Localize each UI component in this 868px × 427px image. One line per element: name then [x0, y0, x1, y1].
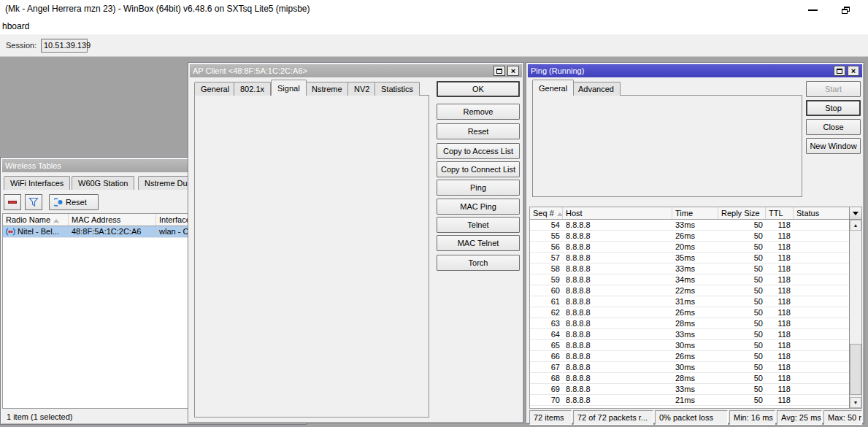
ap-maximize-button[interactable] — [493, 66, 505, 76]
ping-row[interactable]: 658.8.8.830ms50118 — [530, 340, 849, 351]
ping-row[interactable]: 718.8.8.8 — [530, 406, 849, 408]
filter-button[interactable] — [25, 194, 42, 210]
reply-size-cell: 50 — [718, 220, 766, 230]
ping-maximize-button[interactable] — [834, 66, 845, 76]
scroll-up-icon[interactable]: ▲ — [850, 220, 861, 231]
ttl-cell: 118 — [766, 231, 794, 241]
col-ttl[interactable]: TTL — [766, 207, 794, 219]
mac-ping-button[interactable]: MAC Ping — [437, 199, 520, 215]
start-button[interactable]: Start — [806, 81, 861, 97]
stop-button[interactable]: Stop — [806, 100, 861, 116]
ping-row[interactable]: 618.8.8.831ms50118 — [530, 296, 849, 307]
ping-row[interactable]: 548.8.8.833ms50118 — [530, 220, 849, 231]
copy-to-access-list-button[interactable]: Copy to Access List — [437, 143, 520, 159]
status-avg: Avg: 25 ms — [777, 410, 822, 425]
host-cell: 8.8.8.8 — [563, 220, 672, 230]
scroll-down-icon[interactable]: ▼ — [850, 397, 861, 408]
mac-address-value: 48:8F:5A:1C:2C:A6 — [69, 226, 156, 236]
ap-tab-signal[interactable]: Signal — [271, 80, 307, 96]
close-button[interactable]: Close — [806, 119, 861, 135]
reset-button[interactable]: Reset — [437, 123, 520, 139]
ap-tab-general[interactable]: General — [194, 82, 236, 96]
ping-row[interactable]: 578.8.8.835ms50118 — [530, 253, 849, 263]
ping-row[interactable]: 698.8.8.833ms50118 — [530, 384, 849, 395]
ping-tab-general[interactable]: General — [532, 80, 574, 96]
seq-cell: 66 — [530, 351, 563, 361]
ping-row[interactable]: 628.8.8.826ms50118 — [530, 307, 849, 318]
status-cell — [794, 329, 849, 339]
reply-size-cell: 50 — [718, 296, 766, 307]
scroll-thumb[interactable] — [850, 344, 861, 395]
remove-button[interactable]: Remove — [437, 104, 520, 120]
ttl-cell: 118 — [766, 318, 794, 328]
reply-size-cell: 50 — [718, 373, 766, 383]
ok-button[interactable]: OK — [437, 81, 520, 97]
tab-wifi-interfaces[interactable]: WiFi Interfaces — [4, 176, 70, 190]
ping-row[interactable]: 608.8.8.822ms50118 — [530, 285, 849, 296]
ping-row[interactable]: 648.8.8.833ms50118 — [530, 329, 849, 340]
ap-tab-nv2[interactable]: NV2 — [347, 82, 376, 96]
ttl-cell: 118 — [766, 220, 794, 230]
status-cell — [794, 220, 849, 230]
col-radio-name[interactable]: Radio Name — [3, 214, 69, 226]
ping-close-button[interactable]: × — [848, 66, 859, 76]
ping-row[interactable]: 588.8.8.833ms50118 — [530, 263, 849, 274]
ping-row[interactable]: 678.8.8.830ms50118 — [530, 362, 849, 373]
col-host[interactable]: Host — [563, 207, 672, 219]
col-time[interactable]: Time — [672, 207, 718, 219]
ping-row[interactable]: 558.8.8.826ms50118 — [530, 231, 849, 242]
copy-to-connect-list-button[interactable]: Copy to Connect List — [437, 161, 520, 177]
col-reply-size[interactable]: Reply Size — [718, 207, 766, 219]
ap-tab-8021x[interactable]: 802.1x — [234, 82, 271, 96]
session-value-box[interactable]: 10.51.39.139 — [41, 39, 88, 53]
col-seq[interactable]: Seq # — [530, 207, 563, 219]
reply-size-cell: 50 — [718, 340, 766, 350]
status-cell — [794, 395, 849, 405]
reply-size-cell — [718, 406, 766, 408]
torch-button[interactable]: Torch — [437, 255, 520, 271]
wireless-station-icon — [6, 228, 15, 236]
status-cell — [794, 296, 849, 307]
ap-tab-statistics[interactable]: Statistics — [375, 82, 420, 96]
session-label: Session: — [6, 41, 37, 50]
ping-row[interactable]: 688.8.8.828ms50118 — [530, 373, 849, 384]
status-items: 72 items — [529, 410, 572, 425]
ping-button[interactable]: Ping — [437, 180, 520, 196]
ping-row[interactable]: 638.8.8.828ms50118 — [530, 318, 849, 329]
time-cell: 34ms — [672, 274, 718, 285]
time-cell: 28ms — [672, 373, 718, 383]
reply-size-cell: 50 — [718, 384, 766, 394]
ping-titlebar[interactable]: Ping (Running) × — [528, 64, 862, 77]
restore-button[interactable] — [835, 4, 857, 16]
sort-asc-icon — [53, 219, 59, 223]
ap-tab-nstreme[interactable]: Nstreme — [305, 82, 349, 96]
ping-results-table: Seq # Host Time Reply Size TTL Status 54… — [529, 207, 862, 409]
tab-w60g-station[interactable]: W60G Station — [72, 176, 134, 190]
ping-tab-advanced[interactable]: Advanced — [572, 82, 621, 96]
ap-close-button[interactable]: × — [507, 66, 519, 76]
menu-item-dashboard[interactable]: hboard — [2, 21, 29, 31]
ping-row[interactable]: 668.8.8.826ms50118 — [530, 351, 849, 362]
ping-table-scrollbar[interactable]: ▲ ▼ — [849, 220, 861, 408]
mac-telnet-button[interactable]: MAC Telnet — [437, 235, 520, 251]
seq-cell: 68 — [530, 373, 563, 383]
reply-size-cell: 50 — [718, 329, 766, 339]
reset-button-wireless[interactable]: Reset — [49, 194, 99, 210]
reply-size-cell: 50 — [718, 351, 766, 361]
host-cell: 8.8.8.8 — [563, 362, 672, 372]
ap-client-titlebar[interactable]: AP Client <48:8F:5A:1C:2C:A6> × — [190, 64, 522, 77]
ping-row[interactable]: 598.8.8.834ms50118 — [530, 274, 849, 285]
status-cell — [794, 242, 849, 252]
reply-size-cell: 50 — [718, 307, 766, 318]
ttl-cell: 118 — [766, 340, 794, 350]
host-cell: 8.8.8.8 — [563, 351, 672, 361]
new-window-button[interactable]: New Window — [806, 138, 861, 154]
telnet-button[interactable]: Telnet — [437, 217, 520, 233]
reset-button-label: Reset — [66, 198, 87, 207]
ping-column-select-button[interactable] — [849, 207, 861, 220]
minimize-button[interactable] — [802, 4, 823, 16]
ping-row[interactable]: 568.8.8.820ms50118 — [530, 242, 849, 253]
col-mac-address[interactable]: MAC Address — [69, 214, 156, 226]
ping-row[interactable]: 708.8.8.821ms50118 — [530, 395, 849, 406]
remove-entry-button[interactable] — [4, 194, 21, 210]
